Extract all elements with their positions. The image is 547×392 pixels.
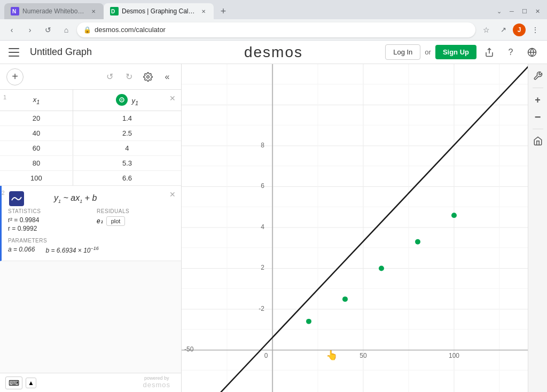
app-container: Untitled Graph desmos Log In or Sign Up … [0,41,547,392]
table-body: 201.4402.5604805.31006.6 [0,111,181,185]
col-header-x: x1 [0,90,73,111]
tab-numerade[interactable]: N Numerade Whiteboard ✕ [4,3,104,19]
table-row: 201.4 [0,111,181,126]
params-grid: a = 0.066 b = 6.6934 × 10−16 [8,246,175,254]
right-tools: + − [528,64,547,392]
address-input[interactable]: 🔒 desmos.com/calculator [77,22,475,37]
graph-title: Untitled Graph [30,46,92,58]
plot-button[interactable]: plot [106,216,126,226]
tab-bar: N Numerade Whiteboard ✕ D Desmos | Graph… [0,0,547,19]
window-maximize[interactable]: ☐ [519,6,530,17]
window-chevron-down[interactable]: ⌄ [494,6,504,17]
svg-text:D: D [111,9,115,14]
residuals-label: RESIDUALS [97,208,175,214]
collapse-panel-button[interactable]: « [160,69,175,84]
table-cell-x[interactable]: 60 [0,140,73,155]
window-controls: ⌄ ─ ☐ ✕ [494,6,543,17]
svg-rect-9 [182,64,547,392]
svg-text:6: 6 [261,183,264,190]
add-expression-button[interactable]: + [6,68,24,85]
close-table-button[interactable]: ✕ [168,94,177,103]
y-color-circle[interactable] [116,94,128,106]
graph-area[interactable]: 0 -50 50 100 -2 2 4 6 8 [182,64,547,392]
desmos-tab-label: Desmos | Graphing Calculator [122,7,197,15]
desmos-logo: desmos [244,44,303,61]
x-header-text: x1 [33,96,40,104]
address-actions: ☆ ↗ J ⋮ [479,22,543,37]
browser-chrome: N Numerade Whiteboard ✕ D Desmos | Graph… [0,0,547,41]
svg-point-8 [121,99,123,101]
back-button[interactable]: ‹ [4,22,19,37]
numerade-tab-label: Numerade Whiteboard [22,7,87,15]
col-header-y: y1 [73,90,181,111]
close-regression-button[interactable]: ✕ [168,190,177,199]
help-icon[interactable]: ? [502,44,519,61]
left-panel: + ↺ ↻ « 1 ✕ x1 [0,64,182,392]
formula-container: y1 ~ ax1 + b [35,191,175,204]
table-cell-y[interactable]: 5.3 [73,155,181,170]
svg-point-6 [147,75,150,78]
window-minimize[interactable]: ─ [506,6,517,17]
table-cell-x[interactable]: 20 [0,111,73,126]
settings-button[interactable] [140,69,155,84]
log-in-button[interactable]: Log In [385,44,420,60]
table-row: 805.3 [0,155,181,170]
refresh-button[interactable]: ↺ [41,22,56,37]
bookmark-icon[interactable]: ☆ [479,22,494,37]
zoom-out-button[interactable]: − [530,109,545,124]
address-bar: ‹ › ↺ ⌂ 🔒 desmos.com/calculator ☆ ↗ J ⋮ [0,19,547,41]
share-header-icon[interactable] [481,44,498,61]
residuals-col: RESIDUALS e₁ plot [97,208,175,233]
table-cell-y[interactable]: 4 [73,140,181,155]
keyboard-bar: ⌨ ▲ powered by desmos [0,373,181,392]
main-area: + ↺ ↻ « 1 ✕ x1 [0,64,547,392]
forward-button[interactable]: › [22,22,37,37]
table-cell-x[interactable]: 80 [0,155,73,170]
table-cell-y[interactable]: 2.5 [73,126,181,140]
tool-separator-1 [533,88,543,88]
svg-text:N: N [12,9,16,14]
sign-up-button[interactable]: Sign Up [435,45,476,59]
user-avatar[interactable]: J [513,23,526,36]
share-icon[interactable]: ↗ [496,22,511,37]
undo-button[interactable]: ↺ [102,69,117,84]
r2-value: r² = 0.9984 [8,216,86,224]
statistics-label: STATISTICS [8,208,86,214]
numerade-tab-close[interactable]: ✕ [90,7,97,15]
zoom-in-button[interactable]: + [530,92,545,107]
table-cell-y[interactable]: 1.4 [73,111,181,126]
keyboard-toggle-button[interactable]: ⌨ [5,377,22,389]
expression-number-2: 2 [2,190,5,196]
tool-separator-2 [533,129,543,129]
window-close[interactable]: ✕ [532,6,543,17]
table-cell-y[interactable]: 6.6 [73,170,181,185]
home-view-button[interactable] [530,134,545,148]
regression-formula: y1 ~ ax1 + b [54,193,175,204]
tab-desmos[interactable]: D Desmos | Graphing Calculator ✕ [104,3,214,19]
point-3 [379,266,384,271]
svg-text:4: 4 [261,223,264,231]
keyboard-expand-button[interactable]: ▲ [26,378,36,388]
home-nav-button[interactable]: ⌂ [59,22,74,37]
new-tab-button[interactable]: + [216,4,231,19]
table-cell-x[interactable]: 100 [0,170,73,185]
hamburger-button[interactable] [6,44,24,61]
language-icon[interactable] [523,44,541,61]
wrench-tool-button[interactable] [530,68,545,83]
data-table: x1 y1 [0,90,181,185]
svg-text:-2: -2 [259,305,264,312]
redo-button[interactable]: ↻ [121,69,136,84]
hamburger-line-2 [9,52,19,53]
expression-table: 1 ✕ x1 [0,90,181,186]
point-1 [306,319,311,324]
desmos-header: Untitled Graph desmos Log In or Sign Up … [0,41,547,64]
menu-icon[interactable]: ⋮ [528,22,543,37]
desmos-tab-close[interactable]: ✕ [200,7,207,15]
table-cell-x[interactable]: 40 [0,126,73,140]
graph-canvas: 0 -50 50 100 -2 2 4 6 8 [182,64,547,392]
stats-grid: STATISTICS r² = 0.9984 r = 0.9992 RESIDU… [8,208,175,233]
e1-label: e₁ [97,217,103,225]
svg-text:100: 100 [449,352,459,359]
panel-toolbar: + ↺ ↻ « [0,64,181,90]
powered-by-logo: desmos [143,381,170,389]
